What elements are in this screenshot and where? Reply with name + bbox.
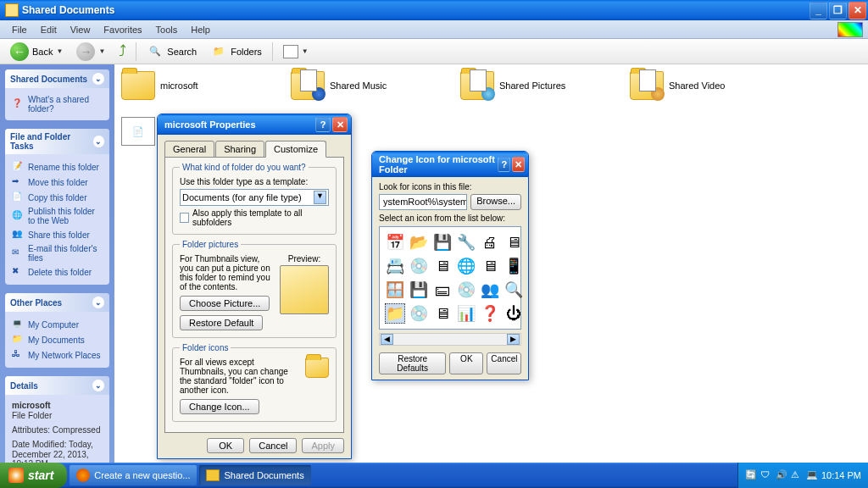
cancel-button[interactable]: Cancel	[487, 352, 521, 374]
change-icon-button[interactable]: Change Icon...	[180, 399, 259, 414]
choose-picture-button[interactable]: Choose Picture...	[180, 296, 270, 311]
task-rename[interactable]: 📝Rename this folder	[12, 159, 103, 175]
menu-edit[interactable]: Edit	[34, 23, 64, 36]
close-button[interactable]: ✕	[512, 157, 525, 172]
maximize-button[interactable]: ❐	[829, 2, 847, 19]
folder-shared-video[interactable]: Shared Video	[630, 71, 765, 100]
cancel-button[interactable]: Cancel	[249, 438, 297, 453]
place-network[interactable]: 🖧My Network Places	[12, 347, 103, 363]
collapse-icon[interactable]: ⌄	[92, 73, 104, 85]
clock[interactable]: 10:14 PM	[821, 470, 861, 480]
task-copy[interactable]: 📄Copy this folder	[12, 190, 103, 205]
menu-favorites[interactable]: Favorites	[97, 23, 148, 36]
icon-option[interactable]: 💾	[409, 280, 429, 300]
collapse-icon[interactable]: ⌄	[92, 297, 104, 308]
icon-option[interactable]: 💾	[432, 232, 453, 252]
restore-default-button[interactable]: Restore Default	[180, 315, 263, 330]
browse-button[interactable]: Browse...	[470, 194, 521, 210]
toolbar: ← Back ▼ → ▼ ⤴ 🔍 Search 📁 Folders ▼	[0, 39, 868, 64]
icon-option[interactable]: 📂	[409, 232, 429, 252]
place-my-documents[interactable]: 📁My Documents	[12, 332, 103, 347]
icon-option[interactable]: 📱	[504, 256, 524, 276]
up-button[interactable]: ⤴	[114, 43, 131, 60]
scrollbar-horizontal[interactable]: ◀ ▶	[379, 333, 521, 346]
folder-shared-pictures[interactable]: Shared Pictures	[460, 71, 596, 100]
folder-microsoft[interactable]: microsoft	[121, 71, 257, 100]
scroll-right-icon[interactable]: ▶	[507, 334, 520, 345]
task-email[interactable]: ✉E-mail this folder's files	[12, 242, 103, 264]
icon-option[interactable]: 🔧	[456, 232, 476, 252]
icon-option[interactable]: 👥	[480, 280, 500, 300]
template-select[interactable]: Documents (for any file type) ▼	[180, 189, 329, 206]
help-button[interactable]: ?	[315, 117, 331, 132]
task-share[interactable]: 👥Share this folder	[12, 227, 103, 242]
collapse-icon[interactable]: ⌄	[93, 136, 104, 147]
back-button[interactable]: ← Back ▼	[5, 41, 68, 63]
scroll-left-icon[interactable]: ◀	[381, 334, 393, 345]
tray-icon[interactable]: 🔄	[745, 469, 757, 481]
search-button[interactable]: 🔍 Search	[142, 42, 202, 62]
tab-general[interactable]: General	[164, 141, 214, 158]
icon-option[interactable]: 🌐	[456, 256, 476, 276]
icon-option[interactable]: 🖴	[432, 280, 453, 300]
forward-button[interactable]: → ▼	[71, 41, 110, 63]
path-input[interactable]: ystemRoot%\system32\SHELL32.dll	[379, 194, 467, 210]
tray-icon[interactable]: 💻	[806, 469, 818, 481]
icon-option[interactable]: 📅	[385, 232, 405, 252]
help-icon: ❓	[12, 98, 24, 110]
icon-option[interactable]: 🖥	[480, 256, 500, 276]
icon-option[interactable]: 🖥	[432, 303, 453, 324]
menu-view[interactable]: View	[64, 23, 97, 36]
apply-subfolders-checkbox[interactable]: Also apply this template to all subfolde…	[180, 208, 329, 227]
icon-option[interactable]: 🪟	[385, 280, 405, 300]
start-button[interactable]: start	[0, 463, 67, 488]
tray-icon[interactable]: ⚠	[791, 469, 803, 481]
restore-defaults-button[interactable]: Restore Defaults	[379, 352, 446, 374]
tab-sharing[interactable]: Sharing	[215, 141, 264, 158]
close-button[interactable]: ✕	[332, 117, 348, 132]
apply-button[interactable]: Apply	[302, 438, 344, 453]
back-label: Back	[32, 47, 53, 57]
task-label: Rename this folder	[28, 163, 99, 172]
icon-option[interactable]: ❓	[480, 303, 500, 324]
picture-overlay-icon	[481, 87, 495, 101]
tray-icon[interactable]: 🛡	[760, 469, 772, 481]
system-tray[interactable]: 🔄 🛡 🔊 ⚠ 💻 10:14 PM	[737, 463, 868, 488]
group-legend: Folder icons	[180, 343, 231, 352]
icon-option[interactable]: 📊	[456, 303, 476, 324]
ok-button[interactable]: OK	[449, 352, 483, 374]
help-button[interactable]: ?	[498, 157, 510, 172]
icon-option[interactable]: 🔍	[504, 280, 524, 300]
whats-shared-link[interactable]: ❓What's a shared folder?	[12, 93, 103, 115]
icon-option[interactable]: 💿	[456, 280, 476, 300]
task-move[interactable]: ➡Move this folder	[12, 175, 103, 190]
views-button[interactable]: ▼	[278, 43, 314, 60]
task-delete[interactable]: ✖Delete this folder	[12, 264, 103, 280]
icon-option[interactable]: 📇	[385, 256, 405, 276]
close-button[interactable]: ✕	[849, 2, 866, 19]
icon-option[interactable]: 💿	[409, 256, 429, 276]
folders-button[interactable]: 📁 Folders	[205, 42, 267, 62]
menu-tools[interactable]: Tools	[149, 23, 185, 36]
task-firefox[interactable]: Create a new questio...	[70, 465, 197, 485]
dialog-title: microsoft Properties	[164, 119, 256, 130]
icon-option[interactable]: 🖥	[432, 256, 453, 276]
minimize-button[interactable]: _	[810, 2, 827, 19]
icon-option[interactable]: ⏻	[504, 303, 524, 324]
icon-option[interactable]: 🖨	[480, 232, 500, 252]
icon-option[interactable]: 🖥	[504, 232, 524, 252]
task-publish[interactable]: 🌐Publish this folder to the Web	[12, 205, 103, 227]
icon-option-selected[interactable]: 📁	[385, 303, 405, 324]
folder-shared-music[interactable]: Shared Music	[291, 71, 426, 100]
tab-customize[interactable]: Customize	[265, 141, 326, 158]
place-my-computer[interactable]: 💻My Computer	[12, 317, 103, 332]
chevron-down-icon: ▼	[98, 47, 105, 55]
tray-icon[interactable]: 🔊	[776, 469, 787, 481]
menu-help[interactable]: Help	[184, 23, 217, 36]
icon-option[interactable]: 💿	[409, 303, 429, 324]
ok-button[interactable]: OK	[207, 438, 244, 453]
place-label: My Computer	[28, 320, 79, 330]
collapse-icon[interactable]: ⌄	[92, 380, 104, 391]
task-shared-documents[interactable]: Shared Documents	[199, 465, 310, 485]
menu-file[interactable]: File	[5, 23, 34, 36]
